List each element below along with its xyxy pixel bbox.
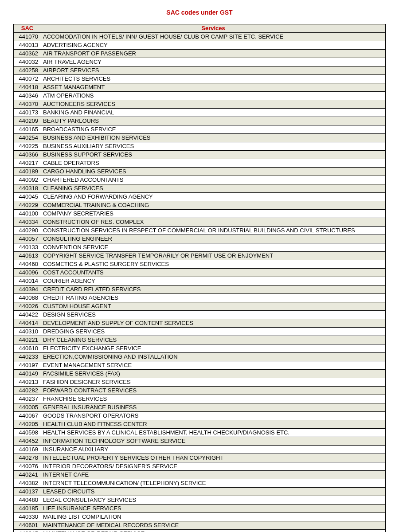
sac-code-cell: 440149	[14, 370, 41, 378]
table-row: 440149FACSIMILE SERVICES (FAX)	[14, 370, 386, 378]
service-cell: COPYRIGHT SERVICE TRANSFER TEMPORARILY O…	[41, 252, 386, 260]
service-cell: CARGO HANDLING SERVICES	[41, 168, 386, 176]
table-row: 440096COST ACCOUNTANTS	[14, 269, 386, 277]
service-cell: ERECTION,COMMISSIONING AND INSTALLATION	[41, 353, 386, 361]
service-cell: MAINTENANCE OR REPAIR SERVICE	[41, 530, 386, 532]
sac-code-cell: 440334	[14, 218, 41, 227]
service-cell: BUSINESS AND EXHIBITION SERVICES	[41, 134, 386, 142]
service-cell: INFORMATION TECHNOLOGY SOFTWARE SERVICE	[41, 437, 386, 446]
table-row: 440189CARGO HANDLING SERVICES	[14, 168, 386, 176]
table-row: 440610ELECTRICITY EXCHANGE SERVICE	[14, 344, 386, 353]
sac-code-cell: 440205	[14, 420, 41, 429]
sac-code-cell: 440005	[14, 403, 41, 412]
table-row: 440217CABLE OPERATORS	[14, 159, 386, 168]
table-row: 440394CREDIT CARD RELATED SERVICES	[14, 286, 386, 294]
sac-code-cell: 440346	[14, 92, 41, 100]
sac-code-cell: 440254	[14, 134, 41, 142]
table-row: 440213FASHION DESIGNER SERVICES	[14, 378, 386, 387]
table-row: 440418ASSET MANAGEMENT	[14, 83, 386, 92]
service-cell: INTERIOR DECORATORS/ DESIGNER'S SERVICE	[41, 462, 386, 471]
sac-code-cell: 440032	[14, 58, 41, 66]
service-cell: FORWARD CONTRACT SERVICES	[41, 387, 386, 395]
table-row: 440254BUSINESS AND EXHIBITION SERVICES	[14, 134, 386, 142]
sac-code-cell: 440382	[14, 479, 41, 488]
table-row: 440032AIR TRAVEL AGENCY	[14, 58, 386, 66]
sac-code-cell: 440330	[14, 513, 41, 521]
service-cell: ACCOMODATION IN HOTELS/ INN/ GUEST HOUSE…	[41, 33, 386, 41]
table-row: 440092CHARTERED ACCOUNTANTS	[14, 176, 386, 184]
service-cell: ATM OPERATIONS	[41, 92, 386, 100]
sac-code-cell: 440233	[14, 353, 41, 361]
table-row: 440076INTERIOR DECORATORS/ DESIGNER'S SE…	[14, 462, 386, 471]
table-row: 440290CONSTRUCTION SERVICES IN RESPECT O…	[14, 227, 386, 235]
sac-table: SAC Services 441070ACCOMODATION IN HOTEL…	[13, 24, 386, 532]
sac-code-cell: 440185	[14, 505, 41, 513]
service-cell: CUSTOM HOUSE AGENT	[41, 302, 386, 311]
sac-code-cell: 440310	[14, 328, 41, 336]
table-row: 440205HEALTH CLUB AND FITNESS CENTER	[14, 420, 386, 429]
sac-code-cell: 440076	[14, 462, 41, 471]
table-row: 440013ADVERTISING AGENCY	[14, 41, 386, 50]
service-cell: AUCTIONEERS SERVICES	[41, 100, 386, 109]
table-row: 440057CONSULTING ENGINEER	[14, 235, 386, 243]
sac-code-cell: 440057	[14, 235, 41, 243]
sac-code-cell: 440067	[14, 412, 41, 420]
table-row: 440422DESIGN SERVICES	[14, 311, 386, 319]
service-cell: DRY CLEANING SERVICES	[41, 336, 386, 344]
service-cell: MAINTENANCE OF MEDICAL RECORDS SERVICE	[41, 521, 386, 530]
sac-code-cell: 440241	[14, 471, 41, 479]
sac-code-cell: 440370	[14, 100, 41, 109]
service-cell: INTERNET TELECOMMUNICATION/ (TELEPHONY) …	[41, 479, 386, 488]
table-row: 440165BROADCASTING SERVICE	[14, 125, 386, 134]
service-cell: MAILING LIST COMPILATION	[41, 513, 386, 521]
service-cell: DESIGN SERVICES	[41, 311, 386, 319]
sac-code-cell: 440013	[14, 41, 41, 50]
service-cell: DEVELOPMENT AND SUPPLY OF CONTENT SERVIC…	[41, 319, 386, 328]
sac-code-cell: 440072	[14, 75, 41, 83]
table-row: 440225BUSINESS AUXILIARY SERVICES	[14, 142, 386, 151]
table-row: 440169INSURANCE AUXILIARY	[14, 446, 386, 454]
header-services: Services	[41, 24, 386, 33]
service-cell: FACSIMILE SERVICES (FAX)	[41, 370, 386, 378]
sac-code-cell: 440418	[14, 83, 41, 92]
sac-code-cell: 440362	[14, 50, 41, 58]
service-cell: AIR TRAVEL AGENCY	[41, 58, 386, 66]
sac-code-cell: 440014	[14, 277, 41, 286]
sac-code-cell: 440613	[14, 252, 41, 260]
service-cell: INSURANCE AUXILIARY	[41, 446, 386, 454]
sac-code-cell: 440088	[14, 294, 41, 302]
sac-code-cell: 440209	[14, 117, 41, 125]
table-row: 440185LIFE INSURANCE SERVICES	[14, 505, 386, 513]
sac-code-cell: 440137	[14, 488, 41, 496]
service-cell: GENERAL INSURANCE BUSINESS	[41, 403, 386, 412]
service-cell: BUSINESS SUPPORT SERVICES	[41, 151, 386, 159]
service-cell: ELECTRICITY EXCHANGE SERVICE	[41, 344, 386, 353]
sac-code-cell: 440282	[14, 387, 41, 395]
service-cell: FRANCHISE SERVICES	[41, 395, 386, 403]
table-header-row: SAC Services	[14, 24, 386, 33]
table-row: 440362AIR TRANSPORT OF PASSENGER	[14, 50, 386, 58]
sac-code-cell: 440229	[14, 201, 41, 210]
sac-code-cell: 440480	[14, 496, 41, 505]
service-cell: COURIER AGENCY	[41, 277, 386, 286]
service-cell: BANKING AND FINANCIAL	[41, 109, 386, 117]
table-row: 440067GOODS TRANSPORT OPERATORS	[14, 412, 386, 420]
service-cell: CLEANING SERVICES	[41, 184, 386, 193]
sac-code-cell: 440217	[14, 159, 41, 168]
service-cell: COMPANY SECRETARIES	[41, 210, 386, 218]
sac-code-cell: 440394	[14, 286, 41, 294]
table-row: 440460COSMETICS & PLASTIC SURGERY SERVIC…	[14, 260, 386, 269]
sac-code-cell: 440165	[14, 125, 41, 134]
sac-code-cell: 440366	[14, 151, 41, 159]
table-row: 440014COURIER AGENCY	[14, 277, 386, 286]
sac-code-cell: 440598	[14, 429, 41, 437]
table-row: 440100COMPANY SECRETARIES	[14, 210, 386, 218]
service-cell: GOODS TRANSPORT OPERATORS	[41, 412, 386, 420]
sac-code-cell: 440100	[14, 210, 41, 218]
table-row: 441070ACCOMODATION IN HOTELS/ INN/ GUEST…	[14, 33, 386, 41]
service-cell: COSMETICS & PLASTIC SURGERY SERVICES	[41, 260, 386, 269]
sac-code-cell: 440225	[14, 142, 41, 151]
service-cell: BEAUTY PARLOURS	[41, 117, 386, 125]
sac-code-cell: 440245	[14, 530, 41, 532]
service-cell: LEGAL CONSULTANCY SERVICES	[41, 496, 386, 505]
